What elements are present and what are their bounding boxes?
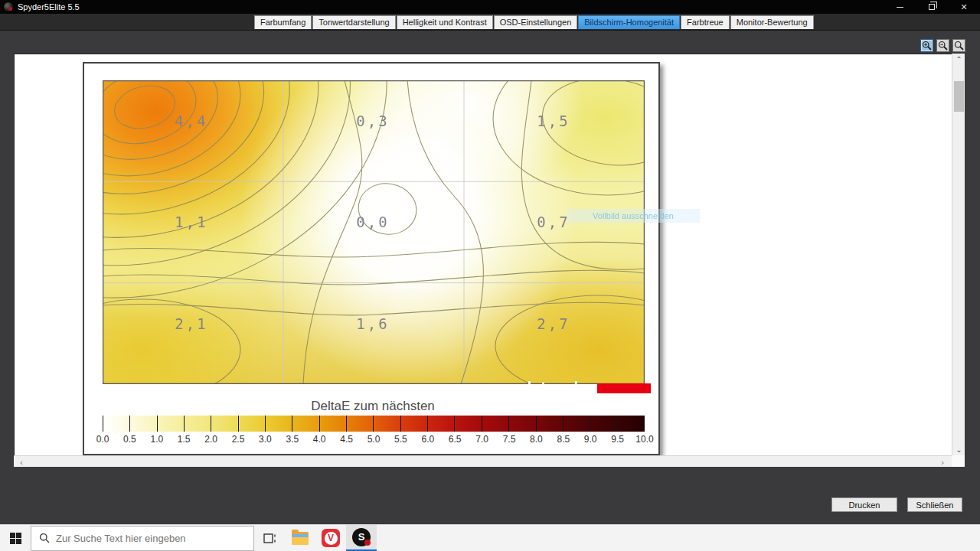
- zoom-out-button[interactable]: [936, 39, 949, 52]
- tab-osd-einstellungen[interactable]: OSD-Einstellungen: [494, 15, 578, 29]
- tick-label: 0.0: [96, 434, 109, 445]
- tick-label: 4.0: [313, 434, 326, 445]
- tick-label: 1.5: [178, 434, 191, 445]
- search-icon: [39, 533, 50, 543]
- tick-label: 2.5: [232, 434, 245, 445]
- zoom-reset-icon: [954, 41, 964, 51]
- spyder-app-button[interactable]: S: [346, 525, 377, 551]
- zoom-out-icon: [938, 41, 948, 51]
- ghost-tooltip: Vollbild ausschneiden: [567, 209, 700, 223]
- start-button[interactable]: [0, 525, 31, 551]
- tick-label: 0.5: [123, 434, 136, 445]
- contour-plot-svg: 4,4 0,3 1,5 1,1 0,0 0,7 2,1 1,6 2,7: [103, 80, 645, 384]
- tab-helligkeit-und-kontrast[interactable]: Helligkeit und Kontrast: [397, 15, 493, 29]
- tick-label: 3.0: [259, 434, 272, 445]
- zoom-reset-button[interactable]: [952, 39, 965, 52]
- colorbar-tick-labels: 0.0 0.5 1.0 1.5 2.0 2.5 3.0 3.5 4.0 4.5 …: [103, 434, 645, 446]
- tick-label: 8.0: [530, 434, 543, 445]
- cell-value-r0c2: 1,5: [537, 112, 570, 129]
- tab-farbtreue[interactable]: Farbtreue: [681, 15, 730, 29]
- scroll-right-arrow[interactable]: ›: [936, 456, 949, 468]
- task-view-button[interactable]: [254, 525, 285, 551]
- taskbar: V S 100 % DEU: [0, 524, 980, 551]
- tick-label: 9.5: [611, 434, 624, 445]
- file-explorer-icon: [292, 532, 309, 545]
- cell-value-r0c0: 4,4: [175, 112, 207, 129]
- restore-icon: [929, 4, 935, 10]
- close-button[interactable]: ✕: [948, 0, 980, 14]
- spyder-app-icon: S: [352, 528, 371, 546]
- datacolor-logo-text: datacolor: [522, 380, 595, 395]
- colorbar-ticks: [103, 416, 645, 432]
- zoom-in-icon: [922, 41, 932, 51]
- scroll-down-arrow[interactable]: ⌄: [952, 444, 965, 455]
- vertical-scrollbar[interactable]: ⌃ ⌄: [952, 54, 965, 455]
- tick-label: 2.0: [204, 434, 217, 445]
- task-view-icon: [263, 533, 276, 544]
- taskbar-search[interactable]: [31, 526, 254, 551]
- file-explorer-button[interactable]: [285, 525, 315, 551]
- tick-label: 3.5: [286, 434, 299, 445]
- cell-value-r1c0: 1,1: [175, 214, 207, 230]
- tick-label: 5.5: [394, 434, 407, 445]
- cell-value-r2c2: 2,7: [537, 315, 570, 332]
- tab-monitor-bewertung[interactable]: Monitor-Bewertung: [730, 15, 814, 29]
- tick-label: 7.0: [475, 434, 488, 445]
- title-bar: Spyder5Elite 5.5 ✕: [0, 0, 980, 14]
- tick-label: 1.0: [150, 434, 163, 445]
- close-icon: ✕: [960, 2, 967, 12]
- minimize-button[interactable]: [884, 0, 916, 14]
- tab-farbumfang[interactable]: Farbumfang: [254, 15, 312, 29]
- scroll-left-arrow[interactable]: ‹: [15, 456, 28, 468]
- tab-strip: Farbumfang Tonwertdarstellung Helligkeit…: [0, 14, 980, 31]
- tick-label: 8.5: [557, 434, 570, 445]
- cell-value-r1c1: 0,0: [356, 214, 389, 230]
- cell-value-r1c2: 0,7: [537, 214, 570, 230]
- uniformity-chart-card: 4,4 0,3 1,5 1,1 0,0 0,7 2,1 1,6 2,7 data…: [83, 62, 660, 455]
- tick-label: 5.0: [368, 434, 381, 445]
- cell-value-r0c1: 0,3: [356, 112, 389, 129]
- vivaldi-icon: V: [322, 529, 340, 547]
- print-button[interactable]: Drucken: [831, 497, 897, 512]
- tick-label: 7.5: [503, 434, 516, 445]
- zoom-toolbar: [920, 39, 965, 52]
- windows-logo-icon: [10, 533, 21, 544]
- chart-title: DeltaE zum nächsten: [84, 399, 662, 414]
- scrollbar-corner: [952, 455, 965, 467]
- scroll-up-arrow[interactable]: ⌃: [952, 54, 965, 65]
- datacolor-logo: datacolor: [522, 379, 657, 397]
- tick-label: 6.0: [421, 434, 434, 445]
- vivaldi-button[interactable]: V: [315, 525, 346, 551]
- tab-tonwertdarstellung[interactable]: Tonwertdarstellung: [312, 15, 395, 29]
- dialog-close-button[interactable]: Schließen: [907, 497, 962, 512]
- tick-label: 6.5: [449, 434, 462, 445]
- colorbar: [103, 416, 645, 432]
- tick-label: 9.0: [584, 434, 597, 445]
- deltae-contour-plot: 4,4 0,3 1,5 1,1 0,0 0,7 2,1 1,6 2,7 data…: [103, 80, 645, 384]
- datacolor-logo-redbar: [597, 383, 651, 393]
- window-title: Spyder5Elite 5.5: [18, 2, 80, 11]
- zoom-in-button[interactable]: [920, 39, 933, 52]
- tick-label: 10.0: [635, 434, 653, 445]
- cell-value-r2c0: 2,1: [175, 315, 207, 332]
- cell-value-r2c1: 1,6: [356, 315, 389, 332]
- minimize-icon: [897, 7, 903, 8]
- vertical-scrollbar-thumb[interactable]: [954, 81, 964, 112]
- restore-button[interactable]: [916, 0, 948, 14]
- search-input[interactable]: [56, 533, 253, 544]
- app-icon: [4, 2, 13, 11]
- horizontal-scrollbar[interactable]: ‹ ›: [14, 455, 952, 467]
- tab-bildschirm-homogenitaet[interactable]: Bildschirm-Homogenität: [578, 15, 680, 29]
- tick-label: 4.5: [340, 434, 353, 445]
